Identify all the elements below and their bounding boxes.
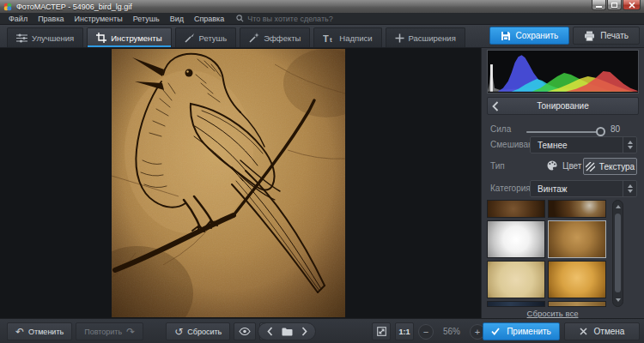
reset-all-link[interactable]: Сбросить все	[482, 309, 623, 318]
menubar: Файл Правка Инструменты Ретушь Вид Справ…	[0, 13, 644, 25]
canvas-area[interactable]	[0, 48, 481, 318]
undo-label: Отменить	[28, 328, 64, 336]
next-photo-button[interactable]	[295, 323, 313, 340]
type-texture-button[interactable]: Текстура	[583, 158, 637, 175]
chevron-left-icon	[267, 327, 273, 336]
svg-text:T: T	[323, 33, 329, 43]
cross-icon	[580, 328, 587, 335]
reset-icon: ↺	[174, 327, 183, 337]
scrollbar-thumb[interactable]	[615, 214, 621, 292]
texture-thumb-selected[interactable]	[548, 220, 606, 258]
bird-image	[112, 49, 345, 317]
brush-icon	[185, 33, 195, 43]
save-label: Сохранить	[516, 31, 559, 40]
spinner-icon[interactable]	[623, 137, 636, 153]
texture-thumb[interactable]	[487, 301, 545, 307]
menu-item-tools[interactable]: Инструменты	[70, 15, 128, 23]
fit-screen-button[interactable]	[372, 322, 391, 340]
type-texture-label: Текстура	[599, 162, 635, 172]
zoom-level: 56%	[438, 327, 465, 336]
scroll-up-icon[interactable]	[616, 205, 621, 208]
tab-effects[interactable]: Эффекты	[240, 27, 310, 47]
type-color-button[interactable]: Цвет	[547, 160, 581, 171]
search-input[interactable]: Что вы хотите сделать?	[236, 15, 333, 23]
blend-select[interactable]: Темнее	[530, 136, 637, 153]
apply-label: Применить	[507, 327, 551, 336]
sliders-icon	[16, 33, 27, 43]
plus-icon	[395, 33, 404, 43]
texture-thumb[interactable]	[487, 220, 545, 258]
chevron-right-icon	[301, 327, 307, 336]
undo-icon: ↶	[15, 327, 24, 337]
side-panel: Тонирование Сила 80 Смешивание Темнее Ти…	[481, 48, 644, 318]
type-color-label: Цвет	[562, 161, 581, 171]
texture-thumb[interactable]	[548, 261, 606, 298]
actual-size-button[interactable]: 1:1	[395, 322, 414, 340]
redo-button[interactable]: Повторить ↷	[76, 322, 143, 340]
panel-back-button[interactable]	[492, 100, 504, 112]
cancel-button[interactable]: Отмена	[564, 322, 640, 340]
apply-button[interactable]: Применить	[483, 322, 560, 340]
tab-tools[interactable]: Инструменты	[87, 27, 171, 47]
check-icon	[491, 328, 500, 335]
tab-improvements[interactable]: Улучшения	[7, 27, 83, 47]
scroll-down-icon[interactable]	[616, 298, 621, 302]
tab-label: Эффекты	[264, 33, 301, 43]
menu-item-retouch[interactable]: Ретушь	[128, 15, 165, 23]
view-original-button[interactable]	[234, 322, 256, 340]
texture-thumb[interactable]	[548, 200, 606, 218]
histogram	[487, 50, 639, 93]
menu-item-view[interactable]: Вид	[165, 15, 189, 23]
slider-fill	[526, 131, 598, 133]
panel-title: Тонирование	[537, 101, 589, 111]
tab-label: Расширения	[409, 33, 456, 43]
strength-slider[interactable]	[526, 128, 604, 136]
texture-grid	[487, 200, 606, 307]
minimize-button[interactable]	[592, 0, 606, 10]
save-button[interactable]: Сохранить	[489, 27, 570, 45]
eye-icon	[239, 328, 251, 335]
category-value: Винтаж	[538, 184, 568, 194]
reset-button[interactable]: ↺ Сбросить	[166, 322, 230, 340]
category-label: Категория	[490, 184, 531, 193]
texture-thumb[interactable]	[487, 200, 545, 218]
undo-button[interactable]: ↶ Отменить	[7, 322, 72, 340]
svg-text:t: t	[330, 35, 332, 43]
texture-thumb[interactable]	[548, 301, 606, 307]
slider-handle[interactable]	[596, 127, 605, 136]
menu-item-file[interactable]: Файл	[3, 15, 33, 23]
panel-header: Тонирование	[487, 97, 639, 115]
redo-label: Повторить	[84, 328, 122, 336]
hatch-icon	[586, 162, 595, 172]
folder-icon	[282, 327, 293, 336]
maximize-button[interactable]	[607, 0, 622, 10]
prev-photo-button[interactable]	[261, 323, 278, 340]
textures-scrollbar[interactable]	[612, 200, 623, 307]
print-label: Печать	[600, 31, 629, 40]
close-icon	[629, 2, 635, 9]
palette-icon	[547, 160, 557, 171]
open-folder-button[interactable]	[278, 323, 295, 340]
category-select[interactable]: Винтаж	[530, 180, 637, 197]
zoom-out-button[interactable]: −	[418, 324, 434, 340]
spinner-icon[interactable]	[623, 181, 636, 196]
close-button[interactable]	[623, 0, 641, 10]
window-title: ФотоМАСТЕР - 54906_bird_lg.gif	[16, 3, 132, 11]
menu-item-edit[interactable]: Правка	[33, 15, 69, 23]
tab-extensions[interactable]: Расширения	[386, 27, 465, 47]
crop-icon	[96, 33, 106, 43]
search-icon	[236, 15, 244, 22]
printer-icon	[584, 31, 595, 41]
texture-thumb[interactable]	[487, 261, 545, 298]
redo-icon: ↷	[126, 327, 135, 337]
menu-item-help[interactable]: Справка	[189, 15, 229, 23]
window-titlebar[interactable]: ФотоМАСТЕР - 54906_bird_lg.gif	[0, 0, 644, 13]
tab-captions[interactable]: T t Надписи	[313, 27, 381, 47]
bottom-toolbar: ↶ Отменить Повторить ↷ ↺ Сбросить	[0, 318, 644, 343]
text-icon: T t	[323, 33, 335, 43]
minimize-icon	[596, 6, 602, 8]
print-button[interactable]: Печать	[573, 27, 640, 45]
tab-retouch[interactable]: Ретушь	[175, 27, 237, 47]
chevron-left-icon	[492, 101, 499, 111]
tab-label: Надписи	[339, 33, 372, 43]
